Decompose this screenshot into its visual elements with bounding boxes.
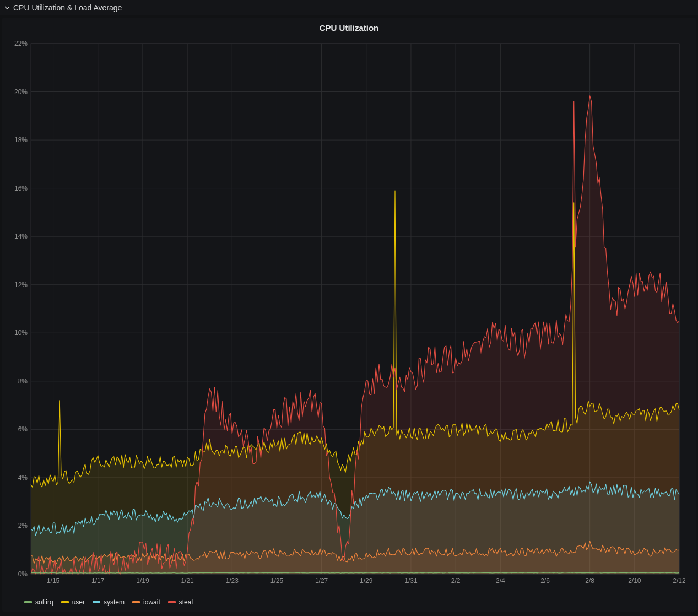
legend-swatch-user <box>61 601 69 603</box>
legend-label: softirq <box>35 598 53 606</box>
chart-legend: softirq user system iowait steal <box>2 595 696 612</box>
svg-text:16%: 16% <box>14 185 28 192</box>
svg-text:10%: 10% <box>14 329 28 337</box>
legend-swatch-steal <box>168 601 176 603</box>
svg-text:1/27: 1/27 <box>315 577 328 585</box>
svg-text:2/10: 2/10 <box>628 577 641 585</box>
svg-text:14%: 14% <box>14 233 28 240</box>
svg-text:2/12: 2/12 <box>673 577 685 585</box>
svg-text:6%: 6% <box>18 425 28 433</box>
svg-text:1/15: 1/15 <box>47 577 60 585</box>
legend-label: system <box>104 598 125 606</box>
svg-text:12%: 12% <box>14 281 28 289</box>
chart-svg: 0%2%4%6%8%10%12%14%16%18%20%22%1/151/171… <box>7 39 685 591</box>
svg-text:1/23: 1/23 <box>226 577 239 585</box>
legend-swatch-softirq <box>24 601 32 603</box>
panel-row-title: CPU Utilization & Load Average <box>13 3 122 12</box>
svg-text:1/17: 1/17 <box>91 577 105 585</box>
legend-item-system[interactable]: system <box>93 598 125 606</box>
svg-text:2/6: 2/6 <box>540 577 550 585</box>
legend-swatch-system <box>93 601 100 603</box>
legend-item-user[interactable]: user <box>61 598 85 606</box>
svg-text:2%: 2% <box>18 522 28 529</box>
svg-text:1/29: 1/29 <box>360 577 373 585</box>
svg-text:2/4: 2/4 <box>496 577 505 585</box>
svg-text:18%: 18% <box>14 136 28 144</box>
legend-item-steal[interactable]: steal <box>168 598 193 606</box>
svg-text:1/25: 1/25 <box>270 577 284 585</box>
legend-label: user <box>72 598 85 606</box>
svg-text:4%: 4% <box>18 474 28 482</box>
legend-label: iowait <box>143 598 160 606</box>
svg-text:22%: 22% <box>14 40 28 47</box>
legend-item-softirq[interactable]: softirq <box>24 598 53 606</box>
chart-title: CPU Utilization <box>2 18 696 35</box>
svg-text:1/19: 1/19 <box>136 577 149 585</box>
chevron-down-icon <box>4 3 10 12</box>
chart-plot-area[interactable]: 0%2%4%6%8%10%12%14%16%18%20%22%1/151/171… <box>7 39 685 591</box>
panel-row-header[interactable]: CPU Utilization & Load Average <box>0 0 698 15</box>
svg-text:2/8: 2/8 <box>585 577 594 585</box>
legend-swatch-iowait <box>132 601 140 603</box>
legend-item-iowait[interactable]: iowait <box>132 598 160 606</box>
svg-text:20%: 20% <box>14 88 28 96</box>
legend-label: steal <box>179 598 193 606</box>
svg-text:8%: 8% <box>18 377 28 385</box>
svg-text:2/2: 2/2 <box>451 577 461 585</box>
svg-text:0%: 0% <box>18 570 28 578</box>
cpu-utilization-panel: CPU Utilization 0%2%4%6%8%10%12%14%16%18… <box>2 18 696 612</box>
svg-text:1/31: 1/31 <box>404 577 418 585</box>
svg-text:1/21: 1/21 <box>181 577 194 585</box>
